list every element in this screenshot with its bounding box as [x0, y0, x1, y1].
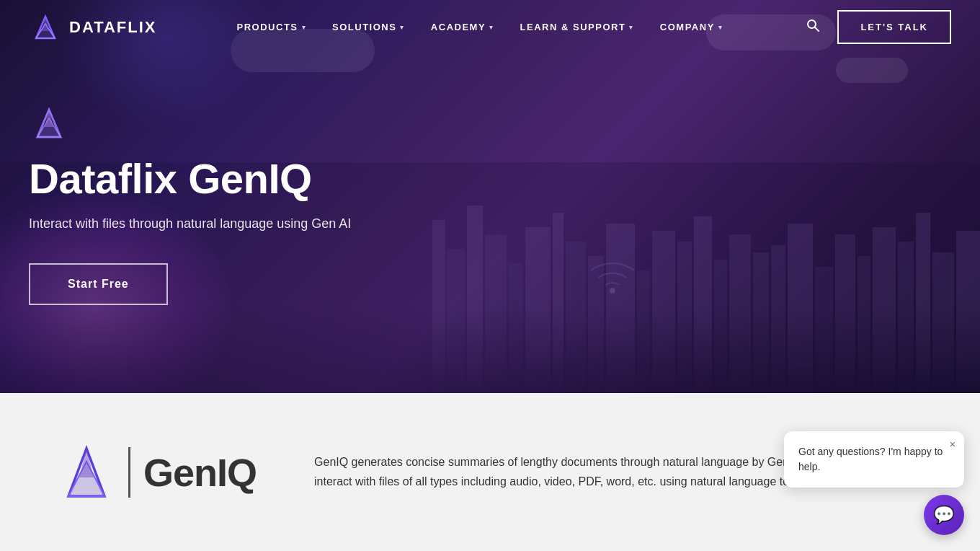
nav-item-products[interactable]: PRODUCTS ▾	[237, 22, 306, 32]
hero-logo-icon	[29, 102, 69, 143]
geniq-label: GenIQ	[143, 450, 257, 495]
chat-bubble: × Got any questions? I'm happy to help.	[784, 431, 964, 488]
hero-subtitle: Interact with files through natural lang…	[29, 215, 404, 233]
cloud-decoration-3	[836, 58, 908, 83]
geniq-icon	[58, 440, 115, 505]
hero-content: Dataflix GenIQ Interact with files throu…	[0, 0, 432, 393]
nav-links: PRODUCTS ▾ SOLUTIONS ▾ ACADEMY ▾ LEARN &…	[237, 22, 723, 32]
search-icon	[806, 18, 820, 32]
navbar: DATAFLIX PRODUCTS ▾ SOLUTIONS ▾ ACADEMY …	[0, 0, 980, 54]
geniq-logo-area: GenIQ	[58, 440, 257, 505]
start-free-button[interactable]: Start Free	[29, 263, 168, 305]
chat-close-button[interactable]: ×	[950, 438, 956, 450]
nav-item-academy[interactable]: ACADEMY ▾	[431, 22, 494, 32]
nav-item-learn-support[interactable]: LEARN & SUPPORT ▾	[520, 22, 634, 32]
geniq-divider	[128, 447, 130, 498]
chevron-down-icon: ▾	[489, 24, 494, 31]
nav-item-solutions[interactable]: SOLUTIONS ▾	[332, 22, 405, 32]
chat-icon: 💬	[933, 505, 955, 525]
nav-item-company[interactable]: COMPANY ▾	[660, 22, 723, 32]
hero-section: Dataflix GenIQ Interact with files throu…	[0, 0, 980, 393]
hero-title: Dataflix GenIQ	[29, 156, 404, 202]
chevron-down-icon: ▾	[629, 24, 634, 31]
chevron-down-icon: ▾	[302, 24, 307, 31]
search-button[interactable]	[803, 15, 823, 39]
chat-open-button[interactable]: 💬	[924, 495, 964, 535]
svg-line-4	[815, 27, 819, 31]
logo[interactable]: DATAFLIX	[29, 11, 157, 44]
chevron-down-icon: ▾	[718, 24, 723, 31]
logo-text: DATAFLIX	[69, 18, 157, 37]
chat-widget: × Got any questions? I'm happy to help. …	[784, 431, 964, 535]
lets-talk-button[interactable]: LET'S TALK	[837, 10, 951, 44]
chat-bubble-text: Got any questions? I'm happy to help.	[798, 444, 950, 475]
svg-point-23	[610, 288, 615, 293]
chevron-down-icon: ▾	[400, 24, 405, 31]
logo-icon	[29, 11, 62, 44]
nav-right: LET'S TALK	[803, 10, 951, 44]
